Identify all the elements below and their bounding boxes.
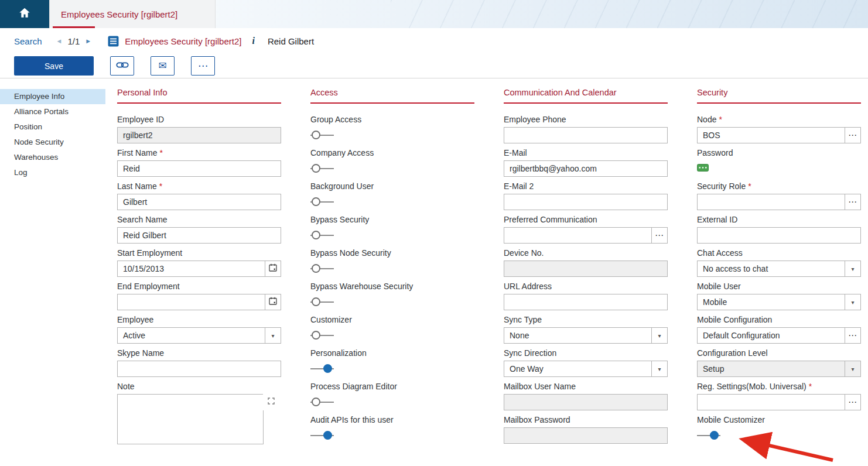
sync-direction-dropdown-button[interactable]: ▾ [651,361,668,377]
sync-type-dropdown-button[interactable]: ▾ [651,327,668,344]
note-expand-button[interactable] [263,394,279,410]
first-name-input[interactable] [117,160,281,177]
security-role-input[interactable] [697,194,845,210]
node-lookup-button[interactable]: ⋯ [845,127,861,143]
field-label: Group Access [310,115,361,124]
field-chat-access: Chat Access ▾ [697,248,861,277]
field-first-name: First Name* [117,148,281,177]
bypass-security-toggle[interactable] [310,227,334,244]
chevron-down-icon: ▾ [851,266,854,272]
field-employee-phone: Employee Phone [504,115,668,143]
top-bar: Employees Security [rgilbert2] [0,0,868,28]
previous-record-icon[interactable]: ◄ [56,37,63,44]
home-button[interactable] [0,0,49,28]
chevron-down-icon: ▾ [658,366,661,372]
email-button[interactable]: ✉ [151,56,175,76]
field-search-name: Search Name [117,215,281,244]
field-label: E-Mail 2 [504,181,534,191]
ellipsis-icon: ⋯ [848,130,857,141]
save-button[interactable]: Save [14,56,94,76]
required-marker: * [748,181,751,191]
next-record-icon[interactable]: ► [85,37,91,44]
audit-apis-toggle[interactable] [310,427,334,444]
email2-input[interactable] [504,194,668,210]
sidebar-item-warehouses[interactable]: Warehouses [0,150,105,165]
mobile-user-select[interactable] [697,294,845,310]
chat-access-select[interactable] [697,261,845,277]
link-button[interactable] [110,56,134,76]
search-name-input[interactable] [117,227,281,244]
field-label: Sync Type [504,315,542,324]
configuration-level-dropdown-button: ▾ [845,361,861,377]
field-employee-id: Employee ID [117,115,281,143]
end-employment-calendar-button[interactable] [265,294,281,310]
field-label: Background User [310,181,374,191]
url-address-input[interactable] [504,294,668,310]
sync-direction-select[interactable] [504,361,652,377]
skype-name-input[interactable] [117,361,281,377]
field-label: Process Diagram Editor [310,382,397,391]
employee-id-input [117,127,281,143]
sync-type-select[interactable] [504,327,652,344]
preferred-communication-lookup-button[interactable]: ⋯ [651,227,668,244]
field-sync-direction: Sync Direction ▾ [504,348,668,377]
employee-phone-input[interactable] [504,127,668,143]
note-textarea[interactable] [117,394,264,444]
field-node: Node* ⋯ [697,115,861,143]
start-employment-calendar-button[interactable] [265,261,281,277]
search-link[interactable]: Search [14,36,42,46]
last-name-input[interactable] [117,194,281,210]
security-role-lookup-button[interactable]: ⋯ [845,194,861,210]
mobile-customizer-toggle[interactable] [697,427,720,444]
field-audit-apis: Audit APIs for this user [310,415,474,444]
sidebar-item-alliance-portals[interactable]: Alliance Portals [0,104,105,119]
record-title: Employees Security [rgilbert2] [125,36,241,46]
mobile-configuration-lookup-button[interactable]: ⋯ [845,327,861,344]
sidebar-item-employee-info[interactable]: Employee Info [0,89,105,104]
chat-access-dropdown-button[interactable]: ▾ [845,261,861,277]
tab-employees-security[interactable]: Employees Security [rgilbert2] [49,0,216,28]
field-label: Bypass Warehouse Security [310,282,413,291]
group-access-toggle[interactable] [310,127,334,143]
field-skype-name: Skype Name [117,348,281,377]
employee-status-select[interactable] [117,327,265,344]
personalization-toggle[interactable] [310,361,334,377]
email-input[interactable] [504,160,668,177]
password-keypad-icon[interactable] [697,163,709,174]
reg-settings-input[interactable] [697,394,845,410]
sidebar-item-node-security[interactable]: Node Security [0,135,105,150]
tab-title: Employees Security [rgilbert2] [61,9,177,19]
field-background-user: Background User [310,181,474,210]
reg-settings-lookup-button[interactable]: ⋯ [845,394,861,410]
info-icon[interactable]: i [252,36,254,46]
field-label: External ID [697,215,737,224]
end-employment-input[interactable] [117,294,265,310]
bypass-node-security-toggle[interactable] [310,261,334,277]
mobile-configuration-input[interactable] [697,327,845,344]
field-label: Mobile User [697,282,741,291]
ellipsis-icon: ⋯ [655,230,664,241]
preferred-communication-input[interactable] [504,227,652,244]
field-url-address: URL Address [504,282,668,310]
sidebar-item-position[interactable]: Position [0,119,105,135]
field-mobile-user: Mobile User ▾ [697,282,861,310]
external-id-input[interactable] [697,227,861,244]
sidebar-item-log[interactable]: Log [0,165,105,180]
process-diagram-editor-toggle[interactable] [310,394,334,410]
field-label: Audit APIs for this user [310,415,394,424]
more-actions-button[interactable]: ⋯ [191,56,215,76]
bypass-warehouse-security-toggle[interactable] [310,294,334,310]
required-marker: * [719,115,722,124]
company-access-toggle[interactable] [310,160,334,177]
start-employment-input[interactable] [117,261,265,277]
field-label: Employee [117,315,153,324]
employee-status-dropdown-button[interactable]: ▾ [265,327,281,344]
field-mobile-configuration: Mobile Configuration ⋯ [697,315,861,344]
background-user-toggle[interactable] [310,194,334,210]
mailbox-password-input [504,427,668,444]
mobile-user-dropdown-button[interactable]: ▾ [845,294,861,310]
mailbox-user-name-input [504,394,668,410]
customizer-toggle[interactable] [310,327,334,344]
section-personal-info: Personal Info Employee ID First Name* La… [117,88,281,449]
node-input[interactable] [697,127,845,143]
